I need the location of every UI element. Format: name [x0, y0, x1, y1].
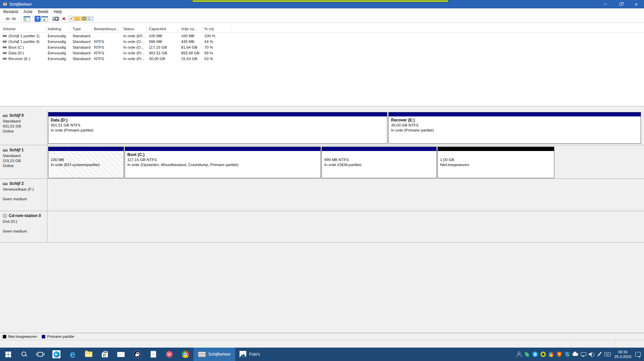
photos-icon [240, 351, 246, 358]
column-header-volume[interactable]: Volume [1, 26, 46, 32]
tray-pen-button[interactable] [596, 348, 604, 361]
tray-norton-button[interactable] [539, 348, 547, 361]
cell: 893,68 GB [179, 51, 202, 55]
disk-info-panel[interactable]: Schijf 1Standaard119,23 GBOnline [0, 145, 47, 178]
forward-icon[interactable] [11, 15, 19, 22]
pane-splitter[interactable] [0, 106, 644, 109]
task-list-icon[interactable] [87, 16, 93, 21]
disk-info-panel[interactable]: Cd-rom-station 0Dvd (G:)Geen medium [0, 211, 47, 242]
taskbar-pinned-keepass[interactable] [129, 348, 145, 361]
close-button[interactable]: × [629, 0, 644, 8]
system-tray: 00:1625-3-2019 [515, 348, 644, 361]
tray-leaf-button[interactable] [523, 348, 531, 361]
action-pane-icon[interactable] [41, 16, 48, 21]
taskbar-pinned-circle-arrow[interactable] [48, 348, 65, 361]
check-page-icon[interactable] [69, 16, 73, 21]
partition-in-orde-efi-systeempartitie-[interactable]: 100 MBIn orde (EFI-systeempartitie) [48, 147, 124, 178]
action-center-button[interactable] [634, 348, 642, 361]
cell: Standaard [71, 57, 92, 61]
cell: In orde (O... [121, 40, 147, 44]
overlay-green-bar [192, 0, 448, 2]
taskbar-window-schijfbeheer[interactable]: Schijfbeheer [194, 348, 235, 361]
folder-up-icon[interactable] [74, 16, 80, 21]
status-bar [0, 340, 644, 347]
partition-niet-toegewezen[interactable]: 1,00 GBNiet-toegewezen [437, 147, 554, 178]
cell: 30,00 GB [147, 57, 179, 61]
menu-item-help[interactable]: Help [51, 9, 65, 15]
people-icon [516, 352, 522, 357]
taskbar-clock[interactable]: 00:1625-3-2019 [612, 350, 634, 359]
edge-icon [70, 350, 76, 358]
cd-drive-icon [3, 214, 7, 218]
column-header--vrij[interactable]: % vrij [202, 26, 231, 32]
menu-item-beeld[interactable]: Beeld [35, 9, 51, 15]
search-button[interactable] [16, 348, 32, 361]
disk-info-panel[interactable]: Schijf 2Verwisselbaar (F:)Geen medium [0, 179, 47, 211]
taskbar-pinned-mail[interactable] [113, 348, 129, 361]
tray-onedrive-button[interactable] [571, 348, 579, 361]
partition-title [51, 152, 122, 157]
taskview-icon [38, 352, 43, 357]
taskbar-empty-area [264, 348, 515, 361]
menu-item-actie[interactable]: Actie [21, 9, 35, 15]
window-controls: × [598, 0, 644, 8]
taskbar-window-label: Schijfbeheer [208, 352, 231, 357]
column-header-vrije-rui-[interactable]: Vrije rui... [179, 26, 202, 32]
tray-chrome-mini-button[interactable] [547, 348, 555, 361]
column-header-capaciteit[interactable]: Capaciteit [147, 26, 179, 32]
column-header-status[interactable]: Status [121, 26, 147, 32]
taskbar-pinned-store[interactable] [97, 348, 113, 361]
table-row[interactable]: Recover (E:)EenvoudigStandaardNTFSIn ord… [1, 56, 644, 61]
column-header-bestandssys-[interactable]: Bestandssys... [92, 26, 121, 32]
partition-boot-c-[interactable]: Boot (C:)117,15 GB NTFSIn orde (Opstarte… [125, 147, 321, 178]
table-row[interactable]: (Schijf 1 partitie 4)EenvoudigStandaardN… [1, 39, 644, 44]
partition-in-orde-oem-partitie-[interactable]: 999 MB NTFSIn orde (OEM-partitie) [321, 147, 437, 178]
taskbar-pinned-explorer[interactable] [81, 348, 97, 361]
disk-status: Online [3, 129, 45, 134]
disk-status: Geen medium [3, 197, 45, 202]
keyboard-icon [604, 352, 611, 356]
disk-info-panel[interactable]: Schijf 0Standaard931,51 GBOnline [0, 111, 47, 145]
table-row[interactable]: (Schijf 1 partitie 1)EenvoudigStandaardI… [1, 33, 644, 39]
tray-people-button[interactable] [515, 348, 523, 361]
taskbar-pinned-edge[interactable] [65, 348, 81, 361]
tray-skype-button[interactable] [531, 348, 539, 361]
taskbar-pinned-palette[interactable] [161, 348, 177, 361]
tray-keyboard-button[interactable] [604, 348, 612, 361]
start-button[interactable] [0, 348, 16, 361]
column-header-indeling[interactable]: Indeling [46, 26, 71, 32]
console-tree-icon[interactable] [24, 16, 30, 21]
cell: NTFS [92, 40, 121, 44]
taskview-button[interactable] [32, 348, 48, 361]
volume-icon [3, 40, 7, 43]
taskbar-pinned-notepad[interactable] [145, 348, 161, 361]
properties-icon[interactable] [52, 17, 59, 21]
action-center-icon [635, 352, 641, 357]
cell: NTFS [92, 51, 121, 55]
help-icon[interactable] [35, 16, 41, 22]
partition-size: 117,15 GB NTFS [127, 157, 319, 162]
partition-color-band [48, 147, 124, 151]
column-header-filler [231, 26, 644, 32]
table-row[interactable]: Boot (C:)EenvoudigStandaardNTFSIn orde (… [1, 44, 644, 50]
partition-recover-e-[interactable]: Recover (E:)30,00 GB NTFSIn orde (Primai… [388, 112, 641, 144]
tray-volume-button[interactable] [588, 348, 596, 361]
cell: (Schijf 1 partitie 4) [1, 40, 46, 44]
column-header-type[interactable]: Type [71, 26, 92, 32]
tray-avast-button[interactable] [555, 348, 563, 361]
partition-data-d-[interactable]: Data (D:)901,51 GB NTFSIn orde (Primaire… [48, 112, 387, 144]
taskbar-window-foto-s[interactable]: Foto's [235, 348, 264, 361]
network-icon [581, 352, 586, 357]
folder-search-icon[interactable] [81, 16, 87, 21]
taskbar-pinned-chrome[interactable] [177, 348, 194, 361]
tray-network-button[interactable] [579, 348, 588, 361]
minimize-button[interactable] [598, 0, 613, 8]
menu-item-bestand[interactable]: Bestand [1, 9, 21, 15]
restore-button[interactable] [613, 0, 629, 8]
table-row[interactable]: Data (D:)EenvoudigStandaardNTFSIn orde (… [1, 50, 644, 56]
back-icon[interactable] [2, 15, 10, 22]
delete-icon[interactable] [60, 15, 68, 22]
partition-title: Boot (C:) [127, 152, 319, 157]
tray-defender-button[interactable] [563, 348, 571, 361]
mail-icon [117, 352, 125, 357]
